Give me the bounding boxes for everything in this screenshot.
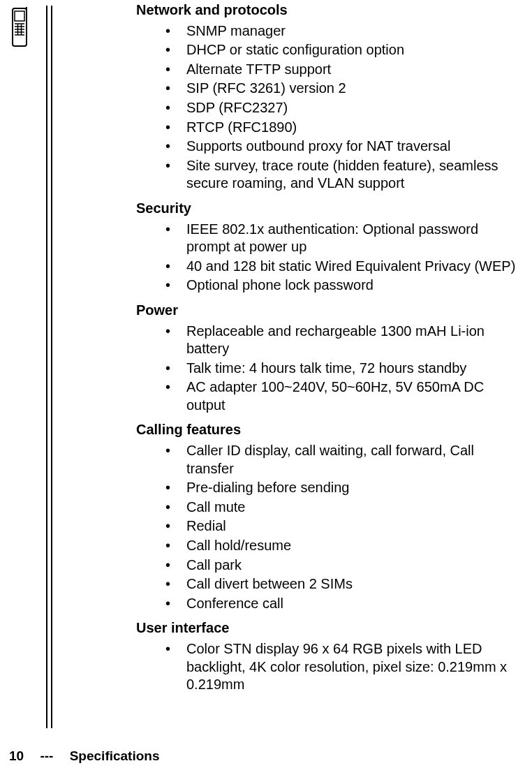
svg-rect-1 — [15, 11, 24, 21]
list-item: Conference call — [165, 595, 524, 613]
section-calling-features: Calling features Caller ID display, call… — [136, 420, 524, 612]
list-item: SDP (RFC2327) — [165, 99, 524, 117]
bullet-list: Replaceable and rechargeable 1300 mAH Li… — [136, 323, 524, 415]
bullet-list: SNMP manager DHCP or static configuratio… — [136, 22, 524, 193]
list-item: RTCP (RFC1890) — [165, 119, 524, 137]
list-item: Caller ID display, call waiting, call fo… — [165, 442, 524, 478]
list-item: Call park — [165, 556, 524, 575]
footer-section-name: Specifications — [70, 748, 160, 763]
list-item: Optional phone lock password — [165, 276, 524, 295]
list-item: Site survey, trace route (hidden feature… — [165, 157, 524, 193]
footer-separator: --- — [40, 748, 53, 763]
page-number: 10 — [9, 748, 24, 763]
section-heading: Power — [136, 300, 524, 321]
list-item: Call divert between 2 SIMs — [165, 575, 524, 593]
section-network-and-protocols: Network and protocols SNMP manager DHCP … — [136, 0, 524, 193]
document-page: Network and protocols SNMP manager DHCP … — [0, 0, 532, 775]
list-item: AC adapter 100~240V, 50~60Hz, 5V 650mA D… — [165, 378, 524, 414]
list-item: Call mute — [165, 499, 524, 517]
list-item: Talk time: 4 hours talk time, 72 hours s… — [165, 360, 524, 378]
content-column: Network and protocols SNMP manager DHCP … — [136, 0, 524, 695]
list-item: IEEE 802.1x authentication: Optional pas… — [165, 221, 524, 256]
phone-icon — [7, 7, 32, 47]
bullet-list: Color STN display 96 x 64 RGB pixels wit… — [136, 640, 524, 694]
section-heading: Calling features — [136, 420, 524, 441]
bullet-list: IEEE 802.1x authentication: Optional pas… — [136, 221, 524, 295]
list-item: Supports outbound proxy for NAT traversa… — [165, 138, 524, 156]
vertical-rule — [46, 6, 47, 728]
section-security: Security IEEE 802.1x authentication: Opt… — [136, 198, 524, 295]
section-user-interface: User interface Color STN display 96 x 64… — [136, 618, 524, 693]
list-item: Pre-dialing before sending — [165, 479, 524, 497]
section-heading: Network and protocols — [136, 0, 524, 21]
list-item: Redial — [165, 517, 524, 536]
list-item: Replaceable and rechargeable 1300 mAH Li… — [165, 323, 524, 358]
list-item: Alternate TFTP support — [165, 61, 524, 79]
page-footer: 10 --- Specifications — [9, 748, 160, 765]
list-item: DHCP or static configuration option — [165, 41, 524, 59]
list-item: Color STN display 96 x 64 RGB pixels wit… — [165, 640, 524, 694]
list-item: Call hold/resume — [165, 537, 524, 555]
list-item: SIP (RFC 3261) version 2 — [165, 80, 524, 98]
section-power: Power Replaceable and rechargeable 1300 … — [136, 300, 524, 415]
list-item: 40 and 128 bit static Wired Equivalent P… — [165, 258, 524, 276]
section-heading: User interface — [136, 618, 524, 639]
bullet-list: Caller ID display, call waiting, call fo… — [136, 442, 524, 612]
section-heading: Security — [136, 198, 524, 219]
list-item: SNMP manager — [165, 22, 524, 40]
